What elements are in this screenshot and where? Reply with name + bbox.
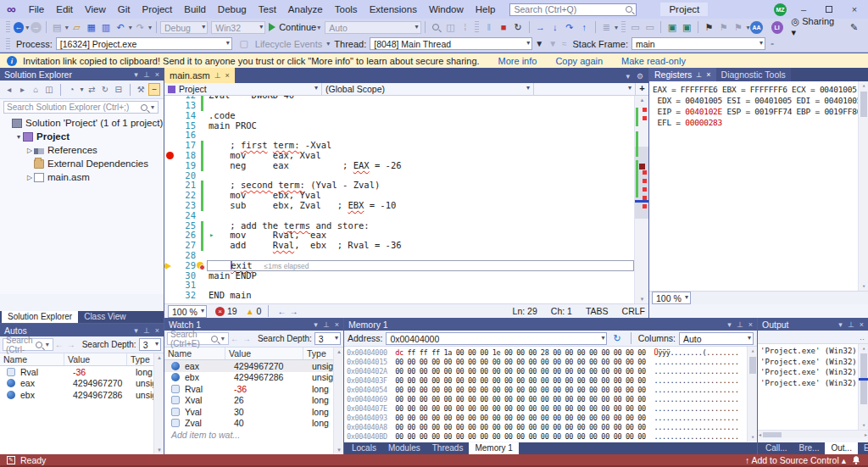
close-icon[interactable]: × bbox=[748, 320, 753, 329]
back-icon[interactable]: ◂ bbox=[3, 83, 15, 96]
menu-edit[interactable]: Edit bbox=[50, 4, 79, 14]
explorer-tab-solution-explorer[interactable]: Solution Explorer bbox=[2, 311, 78, 323]
project-scope-dropdown[interactable]: Project bbox=[164, 83, 322, 95]
memory-tab-modules[interactable]: Modules bbox=[382, 442, 426, 454]
sync-with-active-document-icon[interactable]: ⇄ bbox=[86, 83, 97, 96]
watch-search-input[interactable]: Search (Ctrl+E) ▾ bbox=[167, 332, 229, 345]
breakpoint-margin[interactable] bbox=[164, 221, 176, 231]
diagnostics-icon[interactable]: ▣ bbox=[665, 20, 678, 34]
debug-target-dropdown[interactable]: Auto bbox=[325, 21, 420, 34]
column-header-value[interactable]: Value bbox=[64, 353, 127, 365]
participant-avatar[interactable]: AA bbox=[750, 21, 762, 34]
quick-search-input[interactable]: Search (Ctrl+Q) bbox=[509, 3, 637, 16]
variable-row-eax[interactable]: eax4294967270unsig... bbox=[0, 378, 164, 390]
menu-help[interactable]: Help bbox=[470, 4, 502, 14]
pin-icon[interactable]: ⊥ bbox=[214, 71, 221, 80]
memory-tab-locals[interactable]: Locals bbox=[346, 442, 382, 454]
memory-tab-threads[interactable]: Threads bbox=[426, 442, 470, 454]
solution-search-input[interactable]: Search Solution Explorer (Ctrl+;) ▾ bbox=[3, 101, 159, 114]
window-position-icon[interactable]: ▾ bbox=[314, 320, 318, 329]
navigate-back-icon[interactable]: ← bbox=[14, 22, 24, 33]
column-header-name[interactable]: Name bbox=[0, 353, 64, 365]
breakpoint-margin[interactable] bbox=[164, 121, 176, 131]
menu-test[interactable]: Test bbox=[253, 4, 282, 14]
breakpoint-margin[interactable] bbox=[164, 191, 176, 201]
new-file-icon[interactable]: ▤ bbox=[51, 20, 64, 34]
breakpoint-margin[interactable] bbox=[164, 151, 176, 161]
toolbar-grip[interactable] bbox=[475, 21, 479, 33]
columns-dropdown[interactable]: Auto bbox=[679, 332, 754, 345]
perf-tip[interactable]: ≤1ms elapsed bbox=[264, 262, 309, 270]
lifecycle-events-label[interactable]: Lifecycle Events bbox=[255, 39, 322, 49]
user-avatar[interactable]: MZ bbox=[774, 3, 787, 16]
solution-explorer-titlebar[interactable]: Solution Explorer ▾⊥× bbox=[0, 68, 164, 81]
restart-icon[interactable]: ↻ bbox=[512, 20, 525, 34]
redo-icon[interactable]: ↷ bbox=[134, 20, 147, 34]
stack-frame-dropdown[interactable]: main bbox=[632, 37, 765, 50]
column-header-name[interactable]: Name bbox=[164, 347, 225, 359]
solution-configurations-dropdown[interactable]: Debug bbox=[160, 21, 208, 34]
lifecycle-events-icon[interactable]: ▢ bbox=[237, 37, 251, 51]
menu-extensions[interactable]: Extensions bbox=[364, 4, 423, 14]
autos-search-input[interactable]: Search (Ctrl- ▾ bbox=[3, 338, 53, 351]
address-input[interactable]: 0x00404000 bbox=[386, 332, 607, 345]
code-snapshot-icon[interactable]: ◫ bbox=[444, 20, 457, 34]
close-button[interactable]: × bbox=[846, 4, 863, 14]
search-forward-icon[interactable]: → bbox=[67, 340, 75, 349]
breakpoint-margin[interactable] bbox=[164, 201, 176, 211]
pin-icon[interactable]: ⊥ bbox=[323, 320, 330, 329]
tree-item-references[interactable]: ▷References bbox=[0, 143, 164, 157]
variable-row-Rval[interactable]: Rval-36long bbox=[0, 366, 164, 378]
output-tab-bre-[interactable]: Bre... bbox=[793, 442, 826, 454]
memory-content[interactable]: ▴▾ 0x00404000 dc ff ff ff 1a 00 00 00 1e… bbox=[344, 347, 757, 442]
solution-platforms-dropdown[interactable]: Win32 bbox=[211, 21, 265, 34]
breakpoint-margin[interactable] bbox=[164, 211, 176, 221]
pin-icon[interactable]: ⊥ bbox=[848, 320, 854, 329]
close-icon[interactable]: × bbox=[155, 70, 159, 79]
next-bookmark-icon[interactable]: ⚑ bbox=[732, 20, 744, 34]
thread-dropdown[interactable]: [8048] Main Thread bbox=[370, 37, 532, 50]
collapse-all-icon[interactable]: ⊟ bbox=[113, 83, 125, 96]
output-content[interactable]: ▴▾ 'Project.exe' (Win32):'Project.exe' (… bbox=[758, 344, 868, 430]
send-feedback-icon[interactable]: ✎ bbox=[848, 20, 860, 34]
pin-icon[interactable]: ⊥ bbox=[737, 320, 743, 329]
menu-window[interactable]: Window bbox=[423, 4, 470, 14]
tab-registers[interactable]: Registers ⊥ × bbox=[649, 68, 716, 81]
toolbar-overflow-icon[interactable]: ‥ bbox=[860, 333, 868, 342]
window-position-icon[interactable]: ▾ bbox=[727, 320, 732, 329]
search-back-icon[interactable]: ← bbox=[55, 340, 64, 349]
search-depth-dropdown[interactable]: 3 bbox=[139, 338, 161, 351]
registers-scrollbar[interactable]: ▴▾ bbox=[858, 81, 868, 291]
error-count[interactable]: 19 bbox=[227, 306, 237, 316]
step-out-icon[interactable]: ↑ bbox=[578, 20, 591, 34]
tree-item-project[interactable]: ▾Project bbox=[0, 130, 164, 143]
home-icon[interactable]: ⌂ bbox=[30, 83, 42, 96]
add-watch-row[interactable]: Add item to wat... bbox=[164, 429, 343, 441]
expander-icon[interactable]: ▷ bbox=[25, 174, 34, 181]
stop-debugging-icon[interactable]: ■ bbox=[497, 20, 509, 34]
show-threads-icon[interactable]: ≣ bbox=[600, 20, 613, 34]
breakpoint-margin[interactable] bbox=[164, 161, 176, 171]
tab-main-asm[interactable]: main.asm ⊥ × bbox=[164, 68, 235, 83]
editor-scrollbar[interactable]: ▴▾ bbox=[634, 96, 648, 303]
close-icon[interactable]: × bbox=[335, 320, 339, 329]
menu-analyze[interactable]: Analyze bbox=[282, 4, 329, 14]
find-in-files-icon[interactable] bbox=[430, 20, 442, 34]
continue-button[interactable]: Continue ▾ bbox=[269, 22, 321, 32]
save-icon[interactable]: ▦ bbox=[85, 20, 97, 34]
forward-icon[interactable]: ▸ bbox=[17, 83, 29, 96]
variable-row-Xval[interactable]: Xval26long bbox=[164, 395, 343, 407]
breakpoint-margin[interactable] bbox=[164, 181, 176, 191]
link-make-read-only[interactable]: Make read-only bbox=[621, 56, 686, 66]
undo-icon[interactable]: ↶ bbox=[114, 20, 127, 34]
search-back-icon[interactable]: ← bbox=[231, 334, 239, 343]
breakpoint-margin[interactable] bbox=[164, 281, 176, 291]
breakpoint-icon[interactable] bbox=[166, 152, 174, 159]
toolbar-grip[interactable] bbox=[6, 38, 10, 50]
close-icon[interactable]: × bbox=[155, 326, 159, 335]
breakpoint-margin[interactable] bbox=[164, 101, 176, 111]
tab-list-chevron-icon[interactable]: ▾ bbox=[626, 72, 630, 81]
window-settings-icon[interactable]: ⚙ bbox=[637, 72, 643, 81]
window-position-icon[interactable]: ▾ bbox=[134, 70, 138, 79]
breakpoint-margin[interactable] bbox=[164, 271, 176, 281]
